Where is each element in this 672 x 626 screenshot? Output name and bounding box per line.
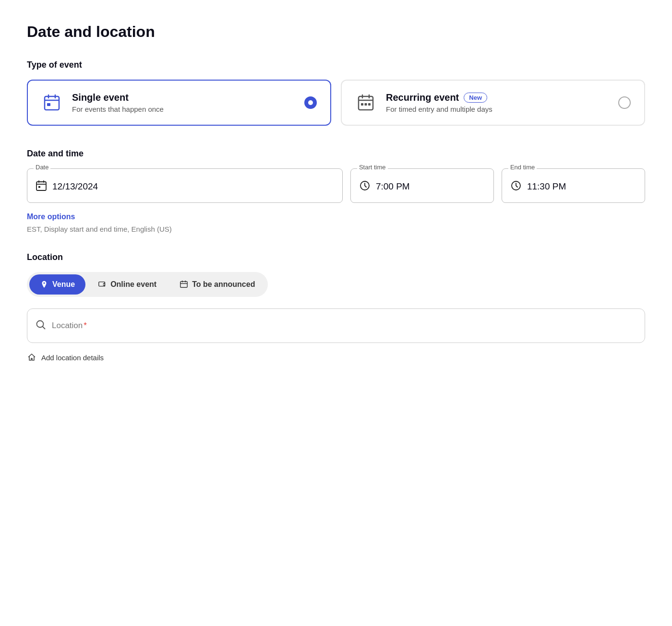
- more-options-sub: EST, Display start and end time, English…: [27, 225, 645, 233]
- online-event-tab[interactable]: Online event: [87, 274, 167, 295]
- date-time-fields: Date 12/13/2024 Start time: [27, 168, 645, 203]
- search-icon: [36, 319, 46, 332]
- event-type-options: Single event For events that happen once: [27, 80, 645, 126]
- recurring-event-radio[interactable]: [618, 96, 631, 109]
- svg-rect-11: [180, 282, 187, 288]
- single-event-radio[interactable]: [304, 96, 317, 109]
- start-time-field-wrapper: Start time 7:00 PM: [350, 168, 494, 203]
- svg-rect-0: [45, 96, 59, 110]
- tba-tab[interactable]: To be announced: [169, 274, 265, 295]
- calendar-icon: [36, 180, 47, 191]
- end-time-label: End time: [508, 164, 537, 171]
- svg-rect-5: [368, 103, 371, 106]
- single-event-subtitle: For events that happen once: [72, 105, 297, 113]
- svg-rect-1: [47, 103, 50, 106]
- single-event-card[interactable]: Single event For events that happen once: [27, 80, 331, 126]
- home-icon: [27, 353, 36, 362]
- recurring-event-subtitle: For timed entry and multiple days: [386, 105, 611, 113]
- recurring-event-title: Recurring event: [386, 92, 459, 103]
- svg-rect-6: [36, 182, 46, 190]
- single-event-text: Single event For events that happen once: [72, 92, 297, 113]
- date-time-section: Date and time Date 12/13/2024 Start time: [27, 149, 645, 233]
- recurring-event-card[interactable]: Recurring event New For timed entry and …: [341, 80, 645, 126]
- date-time-label: Date and time: [27, 149, 645, 159]
- start-time-input[interactable]: 7:00 PM: [350, 168, 494, 203]
- tba-icon: [180, 280, 188, 289]
- location-input[interactable]: [27, 308, 645, 343]
- clock-icon-start: [359, 180, 371, 191]
- add-location-details[interactable]: Add location details: [27, 353, 645, 362]
- event-type-label: Type of event: [27, 60, 645, 70]
- event-type-section: Type of event Single event For events th…: [27, 60, 645, 126]
- single-event-icon: [41, 92, 62, 113]
- single-event-title: Single event: [72, 92, 129, 103]
- svg-rect-4: [365, 103, 367, 106]
- more-options-link[interactable]: More options: [27, 213, 75, 221]
- location-search-wrapper: Location*: [27, 308, 645, 343]
- location-section: Location Venue Online event To be an: [27, 252, 645, 362]
- end-time-field-wrapper: End time 11:30 PM: [502, 168, 645, 203]
- online-event-icon: [98, 280, 107, 289]
- venue-tab[interactable]: Venue: [29, 274, 85, 295]
- svg-rect-3: [361, 103, 363, 106]
- svg-rect-7: [38, 186, 40, 188]
- date-field-wrapper: Date 12/13/2024: [27, 168, 343, 203]
- page-title: Date and location: [27, 23, 645, 41]
- date-field-label: Date: [34, 164, 50, 171]
- location-label: Location: [27, 252, 645, 262]
- new-badge: New: [464, 93, 487, 103]
- location-tabs: Venue Online event To be announced: [27, 272, 268, 297]
- date-input[interactable]: 12/13/2024: [27, 168, 343, 203]
- recurring-event-icon: [355, 92, 376, 113]
- end-time-input[interactable]: 11:30 PM: [502, 168, 645, 203]
- start-time-label: Start time: [357, 164, 388, 171]
- add-location-details-label: Add location details: [41, 354, 104, 362]
- recurring-event-text: Recurring event New For timed entry and …: [386, 92, 611, 113]
- clock-icon-end: [510, 180, 522, 191]
- venue-icon: [40, 280, 48, 289]
